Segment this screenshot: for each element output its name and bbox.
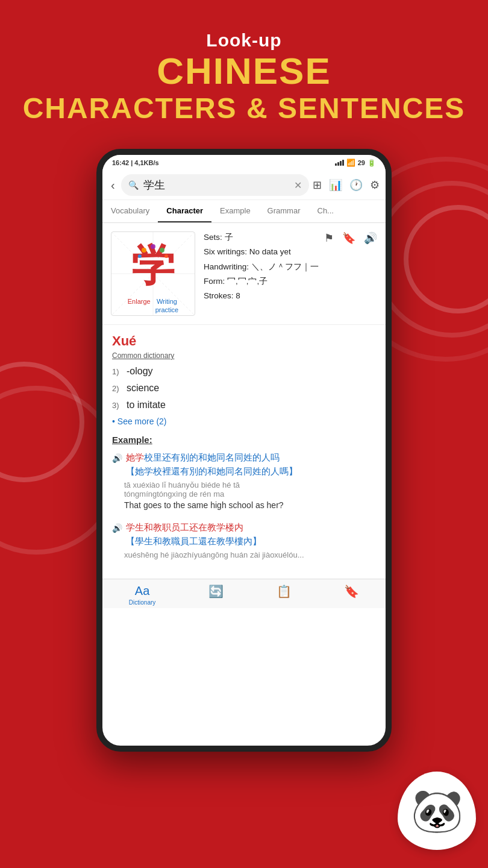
dict-entry-2: 2) science bbox=[112, 383, 376, 394]
svg-point-7 bbox=[160, 248, 164, 253]
chart-icon[interactable]: 📊 bbox=[329, 178, 342, 192]
bookmark-icon[interactable]: 🔖 bbox=[342, 231, 355, 245]
dict-entry-1: 1) -ology bbox=[112, 366, 376, 377]
dict-source[interactable]: Common dictionary bbox=[112, 351, 376, 360]
history-icon[interactable]: 🕐 bbox=[349, 178, 363, 192]
header-title2: CHARACTERS & SENTENCES bbox=[12, 92, 476, 125]
tab-grammar[interactable]: Grammar bbox=[259, 200, 309, 222]
signal-bar-2 bbox=[337, 162, 339, 166]
phone-container: 16:42 | 4,1KB/s 📶 29 🔋 ‹ 🔍 学生 ✕ bbox=[0, 149, 488, 752]
scroll-area[interactable]: 学 Enlarge Writingpractice Sets: 子 bbox=[102, 223, 386, 608]
dict-num-2: 2) bbox=[112, 384, 124, 393]
search-icon: 🔍 bbox=[128, 180, 139, 190]
example-chinese-2: 🔊 学生和教职员工还在教学楼内 【學生和教職員工還在教學樓內】 bbox=[112, 521, 376, 548]
example-translation-1: That goes to the same high school as her… bbox=[124, 500, 376, 510]
signal-bar-3 bbox=[340, 161, 342, 166]
example-highlight-2: 学生和教职员工还在教学楼内 bbox=[126, 522, 243, 532]
handwriting-info: Handwriting: ＼、ノ＾フフ｜一 bbox=[204, 261, 377, 273]
writing-practice-button[interactable]: Writingpractice bbox=[155, 297, 179, 315]
status-bar: 16:42 | 4,1KB/s 📶 29 🔋 bbox=[102, 155, 386, 171]
fullscreen-icon[interactable]: ⊞ bbox=[313, 178, 322, 192]
battery-text: 29 bbox=[358, 159, 365, 166]
see-more-button[interactable]: • See more (2) bbox=[112, 417, 376, 426]
svg-point-8 bbox=[138, 254, 142, 258]
signal-bar-4 bbox=[342, 160, 344, 166]
dict-text-1: -ology bbox=[127, 366, 153, 377]
example-audio-icon-1[interactable]: 🔊 bbox=[112, 452, 122, 465]
bottom-nav-translate[interactable]: 🔄 bbox=[208, 584, 224, 606]
example-pinyin-2: xuéshēng hé jiàozhíyuángōng huán zài jià… bbox=[124, 550, 376, 559]
character-svg: 学 bbox=[123, 233, 183, 294]
back-button[interactable]: ‹ bbox=[108, 176, 117, 195]
character-labels: Enlarge Writingpractice bbox=[128, 297, 178, 315]
bottom-nav-dict-label: Dictionary bbox=[129, 599, 155, 606]
signal-bars bbox=[335, 160, 344, 166]
example-traditional-2: 【學生和教職員工還在教學樓內】 bbox=[126, 536, 261, 546]
status-right: 📶 29 🔋 bbox=[335, 159, 376, 167]
flag-icon[interactable]: ⚑ bbox=[324, 231, 334, 245]
header-subtitle: Look-up bbox=[12, 30, 476, 51]
header-section: Look-up CHINESE CHARACTERS & SENTENCES bbox=[0, 0, 488, 143]
example-chinese-text-1: 她学校里还有别的和她同名同姓的人吗 【她学校裡還有別的和她同名同姓的人嗎】 bbox=[126, 451, 298, 478]
toolbar-icons: ⊞ 📊 🕐 ⚙ bbox=[313, 178, 380, 192]
search-query: 学生 bbox=[143, 178, 289, 192]
status-time: 16:42 | 4,1KB/s bbox=[112, 159, 159, 166]
bottom-nav-dictionary[interactable]: Aa Dictionary bbox=[129, 584, 155, 606]
tab-more[interactable]: Ch... bbox=[309, 200, 342, 222]
bottom-nav: Aa Dictionary 🔄 📋 🔖 bbox=[102, 579, 386, 608]
six-writings-info: Six writings: No data yet bbox=[204, 246, 377, 258]
tab-vocabulary[interactable]: Vocabulary bbox=[102, 200, 158, 222]
dict-text-3: to imitate bbox=[127, 400, 166, 410]
tabs: Vocabulary Character Example Grammar Ch.… bbox=[102, 200, 386, 223]
dict-num-1: 1) bbox=[112, 367, 124, 376]
svg-point-6 bbox=[151, 244, 155, 249]
settings-icon[interactable]: ⚙ bbox=[370, 178, 380, 192]
example-chinese-text-2: 学生和教职员工还在教学楼内 【學生和教職員工還在教學樓內】 bbox=[126, 521, 261, 548]
search-bar: ‹ 🔍 学生 ✕ ⊞ 📊 🕐 ⚙ bbox=[102, 171, 386, 200]
tab-example[interactable]: Example bbox=[211, 200, 259, 222]
signal-bar-1 bbox=[335, 163, 337, 166]
example-normal-1: 校里还有别的和她同名同姓的人吗 bbox=[144, 452, 280, 462]
strokes-info: Strokes: 8 bbox=[204, 290, 377, 302]
bottom-nav-dict-icon: Aa bbox=[135, 584, 149, 598]
character-visual: 学 Enlarge Writingpractice bbox=[111, 231, 195, 316]
battery-icon: 🔋 bbox=[368, 159, 376, 167]
bottom-nav-clip-icon: 📋 bbox=[277, 584, 292, 599]
enlarge-button[interactable]: Enlarge bbox=[128, 297, 151, 315]
dict-text-2: science bbox=[127, 383, 159, 394]
bottom-nav-bookmark[interactable]: 🔖 bbox=[344, 584, 359, 606]
svg-point-9 bbox=[164, 254, 168, 258]
dictionary-section: Xué Common dictionary 1) -ology 2) scien… bbox=[102, 325, 386, 579]
example-item-2: 🔊 学生和教职员工还在教学楼内 【學生和教職員工還在教學樓內】 xuéshēng… bbox=[112, 521, 376, 559]
bottom-nav-translate-icon: 🔄 bbox=[208, 584, 224, 599]
clear-icon[interactable]: ✕ bbox=[294, 180, 302, 191]
example-chinese-1: 🔊 她学校里还有别的和她同名同姓的人吗 【她学校裡還有別的和她同名同姓的人嗎】 bbox=[112, 451, 376, 478]
header-title: CHINESE bbox=[12, 51, 476, 92]
dict-entry-3: 3) to imitate bbox=[112, 400, 376, 410]
bottom-nav-clip[interactable]: 📋 bbox=[277, 584, 292, 606]
audio-icon[interactable]: 🔊 bbox=[364, 231, 377, 245]
tab-character[interactable]: Character bbox=[158, 200, 211, 222]
svg-point-5 bbox=[142, 248, 146, 253]
example-item-1: 🔊 她学校里还有别的和她同名同姓的人吗 【她学校裡還有別的和她同名同姓的人嗎】 … bbox=[112, 451, 376, 510]
search-input-wrap: 🔍 学生 ✕ bbox=[121, 174, 309, 196]
example-highlight-1: 她学 bbox=[126, 452, 144, 462]
character-action-icons: ⚑ 🔖 🔊 bbox=[324, 231, 377, 245]
panda-illustration: 🐼 bbox=[398, 772, 476, 850]
form-info: Form: 冖,冖,宀,子 bbox=[204, 275, 377, 288]
dict-num-3: 3) bbox=[112, 401, 124, 410]
example-section-title: Example: bbox=[112, 435, 376, 445]
pronunciation: Xué bbox=[112, 333, 376, 349]
panda-emoji: 🐼 bbox=[411, 790, 463, 832]
phone-mockup: 16:42 | 4,1KB/s 📶 29 🔋 ‹ 🔍 学生 ✕ bbox=[96, 149, 392, 752]
example-pinyin-1: tā xuéxiào lǐ huányǒu biéde hé tātóngmín… bbox=[124, 480, 376, 498]
panda-cloud: 🐼 bbox=[398, 772, 476, 850]
example-audio-icon-2[interactable]: 🔊 bbox=[112, 522, 122, 535]
bottom-nav-bookmark-icon: 🔖 bbox=[344, 584, 359, 599]
character-card: 学 Enlarge Writingpractice Sets: 子 bbox=[102, 223, 386, 325]
wifi-icon: 📶 bbox=[346, 159, 355, 167]
example-traditional-1: 【她学校裡還有別的和她同名同姓的人嗎】 bbox=[126, 466, 298, 476]
